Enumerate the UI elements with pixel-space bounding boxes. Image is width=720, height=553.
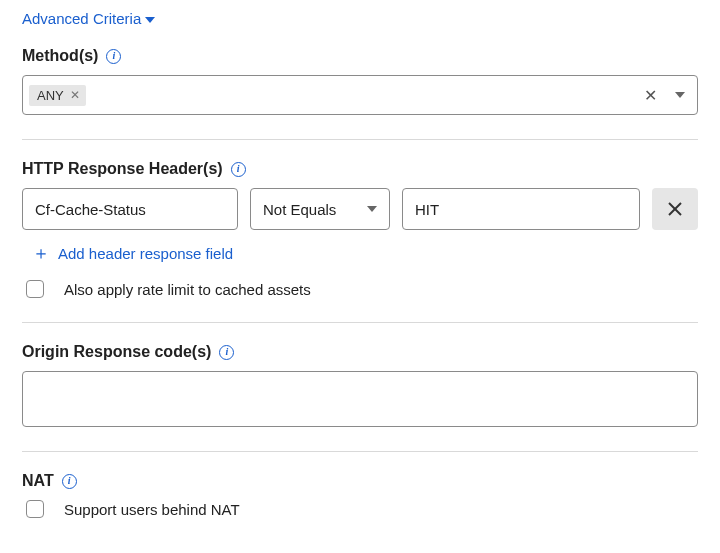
info-icon[interactable]: i [106, 49, 121, 64]
divider [22, 451, 698, 452]
header-operator-value: Not Equals [263, 201, 336, 218]
headers-label: HTTP Response Header(s) [22, 160, 223, 178]
cache-assets-checkbox[interactable] [26, 280, 44, 298]
clear-icon[interactable]: ✕ [638, 86, 663, 105]
header-value-input[interactable] [402, 188, 640, 230]
header-name-input[interactable] [22, 188, 238, 230]
nat-checkbox[interactable] [26, 500, 44, 518]
remove-header-button[interactable] [652, 188, 698, 230]
add-header-button[interactable]: ＋ Add header response field [32, 244, 233, 262]
caret-down-icon [367, 206, 377, 212]
method-chip-label: ANY [37, 88, 64, 103]
cache-assets-label[interactable]: Also apply rate limit to cached assets [64, 281, 311, 298]
info-icon[interactable]: i [219, 345, 234, 360]
nat-checkbox-label[interactable]: Support users behind NAT [64, 501, 240, 518]
info-icon[interactable]: i [62, 474, 77, 489]
divider [22, 322, 698, 323]
origin-codes-label: Origin Response code(s) [22, 343, 211, 361]
close-icon [667, 201, 683, 217]
caret-down-icon [145, 17, 155, 23]
header-operator-select[interactable]: Not Equals [250, 188, 390, 230]
advanced-criteria-label: Advanced Criteria [22, 10, 141, 27]
method-chip[interactable]: ANY ✕ [29, 85, 86, 106]
header-condition-row: Not Equals [22, 188, 698, 230]
add-header-label: Add header response field [58, 245, 233, 262]
methods-label: Method(s) [22, 47, 98, 65]
info-icon[interactable]: i [231, 162, 246, 177]
methods-input[interactable]: ANY ✕ ✕ [22, 75, 698, 115]
dropdown-caret-icon[interactable] [675, 92, 685, 98]
divider [22, 139, 698, 140]
nat-label: NAT [22, 472, 54, 490]
origin-codes-input[interactable] [22, 371, 698, 427]
chip-remove-icon[interactable]: ✕ [70, 88, 80, 102]
plus-icon: ＋ [32, 244, 50, 262]
advanced-criteria-toggle[interactable]: Advanced Criteria [22, 10, 155, 27]
